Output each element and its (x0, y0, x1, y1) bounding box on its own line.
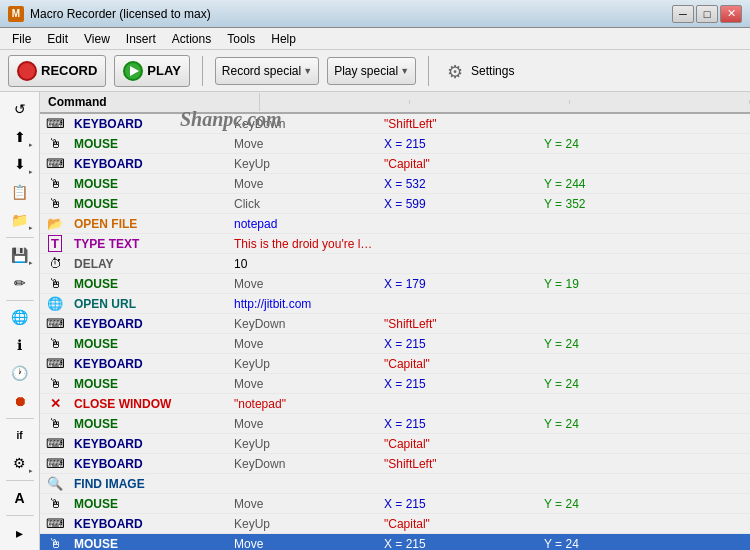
table-row[interactable]: ⌨KEYBOARDKeyUp"Capital" (40, 154, 750, 174)
param-2: X = 599 (380, 197, 540, 211)
row-icon: 🖱 (49, 536, 62, 550)
param-1: KeyDown (230, 317, 380, 331)
row-icon: 🖱 (49, 376, 62, 391)
play-icon (123, 61, 143, 81)
table-row[interactable]: 📂OPEN FILEnotepad (40, 214, 750, 234)
table-row[interactable]: 🌐OPEN URLhttp://jitbit.com (40, 294, 750, 314)
table-row[interactable]: ⌨KEYBOARDKeyDown"ShiftLeft" (40, 114, 750, 134)
table-row[interactable]: 🖱MOUSEMoveX = 179Y = 19 (40, 274, 750, 294)
sidebar-expand[interactable]: ▸ (5, 520, 35, 546)
row-icon: 🖱 (49, 136, 62, 151)
row-icon: 🖱 (49, 336, 62, 351)
param-1: KeyUp (230, 517, 380, 531)
cmd-name: MOUSE (70, 277, 230, 291)
sidebar-divider-4 (6, 480, 34, 481)
sidebar-timer[interactable]: 🕐 (5, 360, 35, 386)
cmd-name: KEYBOARD (70, 117, 230, 131)
sidebar-file[interactable]: 📁 (5, 207, 35, 233)
col-header-command: Command (40, 93, 260, 111)
table-row[interactable]: ⌨KEYBOARDKeyDown"ShiftLeft" (40, 314, 750, 334)
row-icon: 🖱 (49, 416, 62, 431)
sidebar-undo[interactable]: ↺ (5, 96, 35, 122)
table-row[interactable]: 🖱MOUSEMoveX = 215Y = 24 (40, 134, 750, 154)
table-row[interactable]: ⏱DELAY10 (40, 254, 750, 274)
param-3: Y = 352 (540, 197, 750, 211)
sidebar-up[interactable]: ⬆ (5, 124, 35, 150)
menu-view[interactable]: View (76, 30, 118, 48)
sidebar-divider-5 (6, 515, 34, 516)
table-row[interactable]: 🖱MOUSEClickX = 599Y = 352 (40, 194, 750, 214)
play-special-button[interactable]: Play special ▼ (327, 57, 416, 85)
sidebar-down[interactable]: ⬇ (5, 152, 35, 178)
param-2: "Capital" (380, 157, 540, 171)
sidebar-condition[interactable]: if (5, 423, 35, 449)
row-icon: 🖱 (49, 196, 62, 211)
sidebar-info[interactable]: ℹ (5, 332, 35, 358)
table-row[interactable]: ⌨KEYBOARDKeyUp"Capital" (40, 354, 750, 374)
toolbar: RECORD PLAY Record special ▼ Play specia… (0, 50, 750, 92)
table-row[interactable]: 🖱MOUSEMoveX = 215Y = 24 (40, 334, 750, 354)
settings-button[interactable]: ⚙ Settings (441, 57, 520, 85)
sidebar-text[interactable]: A (5, 485, 35, 511)
cmd-name: KEYBOARD (70, 357, 230, 371)
record-label: RECORD (41, 63, 97, 78)
menu-bar: File Edit View Insert Actions Tools Help (0, 28, 750, 50)
record-special-dropdown-icon: ▼ (303, 66, 312, 76)
play-label: PLAY (147, 63, 180, 78)
play-button[interactable]: PLAY (114, 55, 189, 87)
minimize-button[interactable]: ─ (672, 5, 694, 23)
param-1: KeyDown (230, 457, 380, 471)
play-special-label: Play special (334, 64, 398, 78)
param-1: KeyUp (230, 157, 380, 171)
table-row[interactable]: 🖱MOUSEMoveX = 215Y = 24 (40, 414, 750, 434)
table-row[interactable]: 🖱MOUSEMoveX = 215Y = 24 (40, 374, 750, 394)
table-area: Command ⌨KEYBOARDKeyDown"ShiftLeft"🖱MOUS… (40, 92, 750, 550)
menu-insert[interactable]: Insert (118, 30, 164, 48)
window-controls[interactable]: ─ □ ✕ (672, 5, 742, 23)
table-row[interactable]: 🖱MOUSEMoveX = 532Y = 244 (40, 174, 750, 194)
record-special-label: Record special (222, 64, 301, 78)
row-icon: 📂 (47, 216, 63, 231)
table-row[interactable]: ⌨KEYBOARDKeyDown"ShiftLeft" (40, 454, 750, 474)
sidebar-save[interactable]: 💾 (5, 242, 35, 268)
cmd-name: KEYBOARD (70, 437, 230, 451)
maximize-button[interactable]: □ (696, 5, 718, 23)
menu-help[interactable]: Help (263, 30, 304, 48)
param-2: X = 215 (380, 497, 540, 511)
table-row[interactable]: TTYPE TEXTThis is the droid you're looki… (40, 234, 750, 254)
row-icon: ⌨ (46, 156, 65, 171)
table-row[interactable]: ✕CLOSE WINDOW"notepad" (40, 394, 750, 414)
menu-file[interactable]: File (4, 30, 39, 48)
param-1: "notepad" (230, 397, 380, 411)
cmd-name: MOUSE (70, 197, 230, 211)
table-row[interactable]: 🖱MOUSEMoveX = 215Y = 24 (40, 534, 750, 550)
param-1: Move (230, 377, 380, 391)
table-row[interactable]: 🔍FIND IMAGE (40, 474, 750, 494)
sidebar-web[interactable]: 🌐 (5, 305, 35, 331)
sidebar-edit[interactable]: ✏ (5, 270, 35, 296)
close-button[interactable]: ✕ (720, 5, 742, 23)
table-row[interactable]: 🖱MOUSEMoveX = 215Y = 24 (40, 494, 750, 514)
record-special-button[interactable]: Record special ▼ (215, 57, 319, 85)
param-2: "ShiftLeft" (380, 117, 540, 131)
param-1: Move (230, 177, 380, 191)
cmd-name: MOUSE (70, 377, 230, 391)
param-2: X = 215 (380, 417, 540, 431)
record-button[interactable]: RECORD (8, 55, 106, 87)
sidebar-record2[interactable]: ⏺ (5, 388, 35, 414)
row-icon: ⌨ (46, 116, 65, 131)
table-row[interactable]: ⌨KEYBOARDKeyUp"Capital" (40, 434, 750, 454)
table-row[interactable]: ⌨KEYBOARDKeyUp"Capital" (40, 514, 750, 534)
menu-edit[interactable]: Edit (39, 30, 76, 48)
sidebar-config[interactable]: ⚙ (5, 451, 35, 477)
close-window-icon: ✕ (50, 396, 61, 411)
param-3: Y = 24 (540, 377, 750, 391)
menu-tools[interactable]: Tools (219, 30, 263, 48)
param-3: Y = 24 (540, 417, 750, 431)
row-icon: ⌨ (46, 456, 65, 471)
sidebar-copy[interactable]: 📋 (5, 179, 35, 205)
cmd-name: KEYBOARD (70, 457, 230, 471)
param-1: Move (230, 417, 380, 431)
param-1: Move (230, 337, 380, 351)
menu-actions[interactable]: Actions (164, 30, 219, 48)
